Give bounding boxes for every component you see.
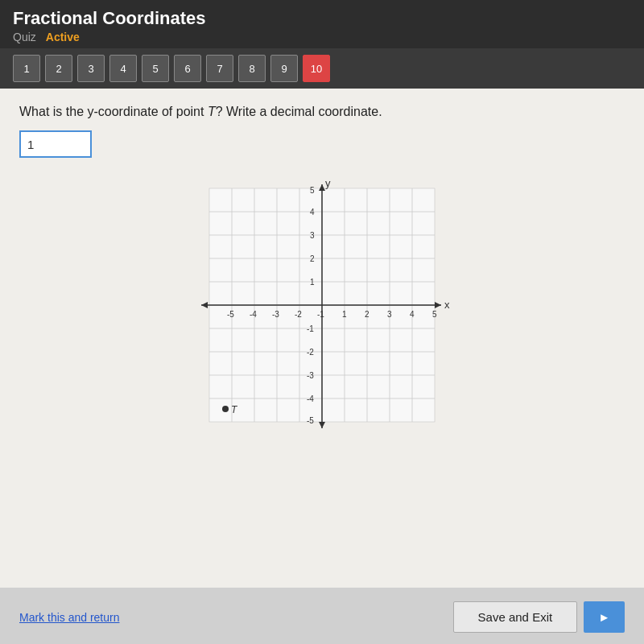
nav-btn-6[interactable]: 6 [174, 55, 201, 82]
svg-marker-21 [435, 302, 441, 308]
header: Fractional Coordinates Quiz Active [0, 0, 644, 48]
nav-btn-10[interactable]: 10 [303, 55, 330, 82]
nav-btn-1[interactable]: 1 [13, 55, 40, 82]
answer-input[interactable] [19, 130, 92, 158]
svg-text:2: 2 [310, 254, 315, 263]
header-sub: Quiz Active [13, 31, 631, 43]
save-exit-button[interactable]: Save and Exit [453, 601, 578, 633]
nav-btn-9[interactable]: 9 [270, 55, 298, 82]
question-nav: 1 2 3 4 5 6 7 8 9 10 [0, 48, 644, 89]
svg-text:-4: -4 [250, 310, 257, 319]
svg-text:1: 1 [310, 278, 315, 287]
nav-btn-3[interactable]: 3 [77, 55, 105, 82]
svg-text:4: 4 [410, 310, 415, 319]
x-axis-label: x [444, 299, 450, 311]
svg-text:-3: -3 [272, 310, 279, 319]
svg-text:2: 2 [365, 310, 369, 319]
svg-marker-22 [319, 184, 325, 191]
footer-actions: Save and Exit ► [453, 601, 625, 633]
svg-text:3: 3 [310, 231, 315, 240]
nav-btn-4[interactable]: 4 [109, 55, 137, 82]
point-T [222, 406, 229, 412]
svg-text:-5: -5 [227, 310, 234, 319]
svg-marker-23 [319, 422, 325, 428]
nav-btn-8[interactable]: 8 [238, 55, 266, 82]
svg-text:1: 1 [342, 310, 347, 319]
svg-text:-2: -2 [295, 310, 302, 319]
svg-text:3: 3 [387, 310, 392, 319]
svg-text:4: 4 [310, 208, 315, 217]
question-text: What is the y-coordinate of point T? Wri… [19, 105, 625, 119]
svg-text:-5: -5 [307, 416, 314, 425]
next-button[interactable]: ► [584, 601, 625, 633]
svg-marker-24 [201, 302, 208, 308]
mark-return-link[interactable]: Mark this and return [19, 611, 120, 624]
quiz-label: Quiz [13, 31, 36, 43]
graph-container: x y -1 -2 -3 -4 -5 1 2 3 4 5 1 2 3 4 5 [19, 180, 625, 454]
svg-text:-1: -1 [307, 324, 314, 333]
y-axis-label: y [325, 180, 331, 189]
screen: Fractional Coordinates Quiz Active 1 2 3… [0, 0, 644, 644]
nav-btn-2[interactable]: 2 [45, 55, 72, 82]
page-title: Fractional Coordinates [13, 8, 631, 29]
nav-btn-5[interactable]: 5 [142, 55, 169, 82]
svg-text:-3: -3 [307, 371, 314, 380]
coordinate-graph: x y -1 -2 -3 -4 -5 1 2 3 4 5 1 2 3 4 5 [185, 180, 459, 454]
svg-text:5: 5 [310, 186, 315, 195]
svg-text:5: 5 [432, 310, 437, 319]
active-label: Active [46, 31, 80, 43]
footer: Mark this and return Save and Exit ► [0, 590, 644, 644]
content-area: What is the y-coordinate of point T? Wri… [0, 89, 644, 588]
nav-btn-7[interactable]: 7 [206, 55, 233, 82]
svg-text:-4: -4 [307, 394, 314, 403]
svg-text:-1: -1 [317, 310, 324, 319]
svg-text:-2: -2 [307, 348, 314, 357]
